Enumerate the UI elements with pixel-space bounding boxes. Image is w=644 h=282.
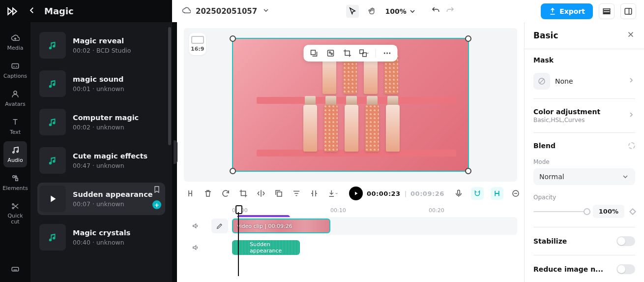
- video-clip[interactable]: video clip | 00:09:26: [232, 219, 330, 233]
- audio-track[interactable]: Sudden appearance: [232, 239, 517, 256]
- mask-value: None: [555, 77, 573, 85]
- sound-title: Sudden appearance: [73, 190, 153, 198]
- hand-tool[interactable]: [366, 5, 379, 18]
- sound-meta: 00:47 · unknown: [73, 162, 147, 169]
- cutout-icon[interactable]: [309, 48, 320, 59]
- magnet-button[interactable]: [471, 187, 484, 200]
- refresh-button[interactable]: [221, 188, 230, 199]
- audio-icon: [10, 145, 20, 155]
- delete-button[interactable]: [204, 188, 212, 199]
- undo-button[interactable]: [431, 6, 440, 16]
- rail-label: Media: [7, 45, 23, 51]
- crop-button[interactable]: [239, 188, 248, 199]
- retouch-icon[interactable]: [325, 48, 336, 59]
- bookmark-icon[interactable]: [153, 186, 161, 195]
- rail-keyboard[interactable]: [3, 260, 27, 278]
- sound-item-selected[interactable]: Sudden appearance 00:07 · unknown +: [37, 183, 165, 215]
- canvas-selection[interactable]: [232, 38, 469, 172]
- reverse-button[interactable]: [310, 188, 319, 199]
- project-name[interactable]: 202502051057: [196, 7, 257, 16]
- blend-section-title: Blend: [533, 142, 556, 150]
- blend-mode-select[interactable]: Normal: [533, 168, 635, 185]
- chevron-down-icon[interactable]: [262, 6, 270, 16]
- split-button[interactable]: [186, 188, 195, 199]
- sound-meta: 00:07 · unknown: [73, 200, 153, 208]
- rail-captions[interactable]: Captions: [3, 57, 27, 83]
- mask-selector[interactable]: None: [533, 73, 635, 90]
- mirror-button[interactable]: [257, 188, 265, 199]
- svg-rect-4: [12, 64, 19, 68]
- aspect-ratio-button[interactable]: 16:9: [189, 33, 206, 55]
- rail-elements[interactable]: Elements: [3, 169, 27, 195]
- filters-button[interactable]: [292, 188, 301, 199]
- snap-button[interactable]: [491, 187, 503, 200]
- opacity-slider[interactable]: [533, 208, 587, 215]
- export-button[interactable]: Export: [541, 3, 593, 19]
- download-button[interactable]: [327, 188, 338, 199]
- svg-rect-9: [16, 179, 18, 181]
- track-edit-button[interactable]: [211, 219, 228, 233]
- mode-label: Mode: [533, 158, 635, 165]
- redo-button[interactable]: [446, 6, 455, 16]
- zoom-out-button[interactable]: [510, 188, 521, 199]
- close-icon[interactable]: [626, 30, 635, 41]
- rail-media[interactable]: Media: [3, 29, 27, 55]
- cloud-upload-icon: [10, 33, 20, 43]
- sound-item[interactable]: Cute magic effects 00:47 · unknown: [37, 144, 165, 177]
- resize-handle-bl[interactable]: [230, 168, 236, 174]
- ratio-box-icon: [191, 36, 204, 44]
- replace-icon[interactable]: [359, 48, 370, 59]
- color-adjustment-row[interactable]: Color adjustment Basic,HSL,Curves: [533, 108, 635, 124]
- layout-button-1[interactable]: [599, 3, 615, 19]
- resize-handle-tl[interactable]: [230, 35, 236, 42]
- more-icon[interactable]: [382, 48, 393, 59]
- sound-item[interactable]: magic sound 00:01 · unknown: [37, 67, 165, 100]
- reduce-noise-toggle[interactable]: [616, 264, 635, 274]
- rail-audio[interactable]: Audio: [3, 141, 27, 167]
- resize-handle-br[interactable]: [465, 168, 471, 174]
- app-logo[interactable]: [5, 4, 20, 19]
- mic-button[interactable]: [453, 188, 464, 199]
- add-button[interactable]: +: [152, 200, 161, 209]
- rail-avatars[interactable]: Avatars: [3, 85, 27, 111]
- layout-button-2[interactable]: [620, 3, 636, 19]
- reset-icon[interactable]: [628, 142, 635, 149]
- viewer[interactable]: 16:9: [184, 28, 517, 182]
- opacity-value[interactable]: 100%: [593, 205, 624, 218]
- svg-point-10: [12, 204, 14, 205]
- track-mute-video[interactable]: [184, 222, 207, 230]
- sound-title: Magic reveal: [73, 37, 131, 45]
- sound-item[interactable]: Magic reveal 00:02 · BCD Studio: [37, 29, 165, 62]
- zoom-level[interactable]: 100%: [385, 7, 416, 15]
- timeline-ruler[interactable]: 00:00 00:10 00:20: [232, 205, 517, 217]
- copy-button[interactable]: [274, 188, 283, 199]
- rail-quick-cut[interactable]: Quick cut: [3, 197, 27, 229]
- svg-point-7: [17, 151, 18, 153]
- stabilize-toggle[interactable]: [616, 236, 635, 246]
- rail-label: Audio: [7, 157, 23, 163]
- video-track[interactable]: video clip | 00:09:26: [232, 217, 517, 235]
- rail-text[interactable]: Text: [3, 113, 27, 139]
- reduce-noise-label: Reduce image n...: [533, 265, 603, 273]
- play-icon[interactable]: [39, 186, 66, 212]
- track-mute-audio[interactable]: [184, 244, 207, 251]
- total-time: 00:09:26: [410, 190, 444, 197]
- resize-handle-tr[interactable]: [465, 35, 471, 42]
- cursor-tool[interactable]: [346, 5, 359, 18]
- mask-section-title: Mask: [533, 56, 635, 64]
- play-button[interactable]: [349, 187, 363, 200]
- ratio-text: 16:9: [191, 46, 204, 52]
- svg-rect-13: [311, 50, 316, 55]
- crop-icon[interactable]: [342, 48, 353, 59]
- keyframe-icon[interactable]: [629, 208, 636, 215]
- svg-point-11: [12, 207, 14, 209]
- sound-item[interactable]: Magic crystals 00:40 · unknown: [37, 221, 165, 253]
- audio-clip[interactable]: Sudden appearance: [232, 240, 300, 255]
- scrollbar[interactable]: [168, 27, 171, 145]
- back-button[interactable]: [25, 3, 39, 20]
- none-icon: [533, 73, 550, 90]
- avatar-icon: [10, 89, 20, 99]
- panel-collapse-nub[interactable]: [172, 22, 177, 282]
- sound-item[interactable]: Computer magic 00:02 · unknown: [37, 106, 165, 138]
- slider-thumb[interactable]: [584, 208, 590, 215]
